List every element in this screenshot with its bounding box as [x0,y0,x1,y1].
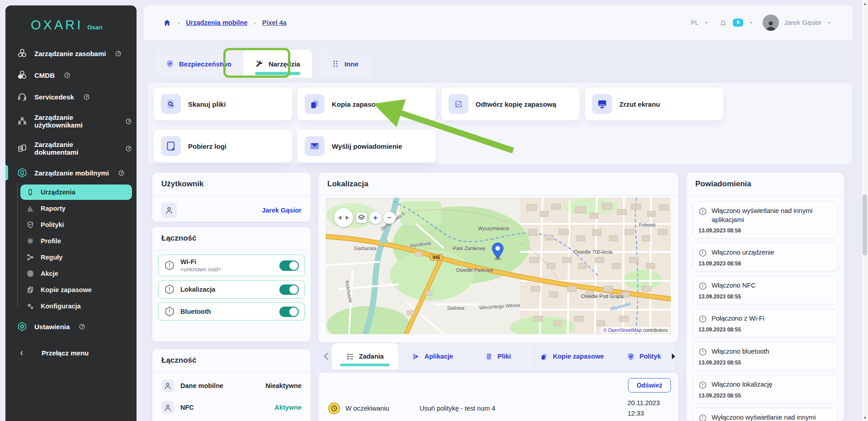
refresh-button[interactable]: Odśwież [628,378,671,393]
sidebar-item-cmdb[interactable]: CMDB [5,64,137,86]
avatar[interactable] [763,14,779,31]
reports-icon [26,204,34,213]
sidebar-subitem-configuration[interactable]: Konfiguracja [20,298,132,314]
scroll-down-icon[interactable]: ▾ [862,415,868,420]
status-badge: Aktywne [274,404,302,411]
sidebar-menu: Zarządzanie zasobamiCMDBServicedeskZarzą… [5,43,137,337]
backup-tool-icon [305,94,325,114]
notification-item[interactable]: Włączono wyświetlanie nad innymi aplikac… [693,201,838,238]
tabs-scroll-left-icon[interactable] [323,353,329,360]
brand-name: Oxari [87,24,102,31]
breadcrumb-link-mobile-devices[interactable]: Urządzenia mobilne [186,19,247,26]
tool-card-restore[interactable]: Odtwórz kopię zapasową [441,88,580,120]
device-tab-zadania[interactable]: Zadania [332,343,399,369]
scroll-up-icon[interactable]: ▴ [862,1,868,6]
map-layers-button[interactable] [356,213,367,223]
chevron-down-icon[interactable] [704,20,709,25]
sidebar-subitem-reports[interactable]: Raporty [20,201,132,216]
grid-icon [331,59,340,68]
language-selector[interactable]: PL [691,19,698,26]
connectivity-card-title: Łączność [152,227,311,250]
sidebar-item-mobile[interactable]: Zarządzanie mobilnymi [5,162,137,184]
mobile-icon [17,168,27,178]
tools-icon [255,59,264,68]
sidebar-item-documents[interactable]: Zarządzanie dokumentami [5,135,137,162]
sidebar-item-settings[interactable]: Ustawienia [5,316,137,337]
tasks-panel: Odśwież W oczekiwaniuUsuń politykę - tes… [318,373,678,421]
notification-item[interactable]: Włączono lokalizację13.09.2023 08:55 [693,375,838,403]
osm-link[interactable]: © OpenStreetMap [603,327,642,333]
sidebar-subitem-actions[interactable]: Akcje [20,266,132,281]
sidebar-item-users[interactable]: Zarządzanie użytkownikami [5,108,137,135]
gauge-icon [79,323,85,330]
map-pan-control[interactable] [334,208,353,227]
gauge-icon [125,118,132,125]
notification-timestamp: 13.09.2023 08:55 [698,393,832,399]
tool-card-label: Pobierz logi [188,142,226,150]
sidebar-subitem-rules[interactable]: Reguły [20,250,132,265]
chevron-down-icon[interactable] [749,20,754,25]
connectivity-row-bluetooth: Bluetooth [158,303,305,321]
sidebar-subitem-label: Urządzenia [41,189,75,196]
tool-card-screenshot[interactable]: Zrzut ekranu [585,88,723,120]
hex-alert-icon [164,306,175,317]
user-card: Użytkownik Jarek Gąsior [152,173,311,222]
notification-item[interactable]: Włączono urządzenie13.09.2023 08:56 [693,243,838,271]
home-icon[interactable] [163,19,171,27]
bell-icon[interactable] [719,19,727,27]
toggle-wifi[interactable] [279,260,299,271]
device-tab-aplikacje[interactable]: Aplikacje [399,343,467,369]
tab-label: Narzędzia [269,60,300,68]
rules-icon [26,253,34,261]
sidebar-item-servicedesk[interactable]: Servicedesk [5,86,137,108]
toggle-bluetooth[interactable] [279,307,299,317]
scrollbar-thumb[interactable] [863,194,867,255]
sidebar-subitem-profiles[interactable]: Profile [20,233,132,249]
hex-alert-icon [698,315,707,323]
notification-item[interactable]: Połączono z Wi-Fi13.09.2023 08:55 [693,309,838,337]
menu-toggle-label: Przełącz menu [42,349,89,357]
tab-inne[interactable]: Inne [319,50,370,78]
sidebar-item-assets[interactable]: Zarządzanie zasobami [5,43,137,64]
tool-card-backup-tool[interactable]: Kopia zapasowa [297,88,436,120]
status-badge: Nieaktywne [265,382,302,389]
tool-card-mail[interactable]: Wyślij powiadomienie [297,130,436,162]
tab-label: Inne [344,60,359,68]
sidebar-item-label: Ustawienia [34,323,70,331]
tab-bezpieczeństwo[interactable]: Bezpieczeństwo [154,50,243,78]
notification-item[interactable]: Wyłączono wyświetlanie nad innymi aplika… [693,408,838,421]
tool-card-file-search[interactable]: Skanuj pliki [154,88,292,120]
tabs-scroll-right-icon[interactable] [670,353,676,360]
breadcrumb-link-device[interactable]: Pixel 4a [262,19,287,26]
pan-left-icon[interactable] [338,215,342,220]
notification-item[interactable]: Włączono NFC13.09.2023 08:55 [693,276,838,304]
sidebar-subitem-backup[interactable]: Kopie zapasowe [20,282,132,298]
tool-card-label: Skanuj pliki [188,100,226,108]
device-tab-kopiezapasowe[interactable]: Kopie zapasowe [530,343,615,369]
page-scrollbar[interactable]: ▴ ▾ [861,0,868,421]
map[interactable]: WyszymieściePark ZamkowyOsiedle ParkoweO… [326,198,671,334]
user-name[interactable]: Jarek Gąsior [784,19,821,26]
chevron-down-icon[interactable] [827,20,832,25]
notification-count-badge[interactable]: 0 [733,19,743,27]
notification-item[interactable]: Włączono bluetooth13.09.2023 08:55 [693,342,838,370]
connectivity-card: Łączność Wi-Fi<unknown ssid>LokalizacjaB… [152,227,311,341]
hex-alert-icon [698,348,707,356]
user-link[interactable]: Jarek Gąsior [262,207,302,214]
menu-toggle-button[interactable]: Przełącz menu [5,337,137,357]
task-row[interactable]: W oczekiwaniuUsuń politykę - test num 42… [326,398,671,419]
tab-narzędzia[interactable]: Narzędzia [243,50,312,78]
sidebar-subitem-device[interactable]: Urządzenia [20,184,132,200]
sidebar-submenu: UrządzeniaRaportyPolitykiProfileRegułyAk… [5,184,137,314]
map-zoom-out-button[interactable]: − [383,212,396,224]
device-tab-pliki[interactable]: Pliki [467,343,530,369]
toggle-lokalizacja[interactable] [279,284,299,295]
pan-right-icon[interactable] [345,215,349,220]
sidebar-subitem-policies[interactable]: Polityki [20,217,132,232]
map-zoom-in-button[interactable]: + [369,212,382,224]
breadcrumb-separator: › [178,19,179,26]
device-action-tabs: BezpieczeństwoNarzędziaInne [154,50,370,78]
device-tab-polityk[interactable]: Polityk [615,343,674,369]
tool-card-logs[interactable]: Pobierz logi [154,130,292,162]
breadcrumb: › Urządzenia mobilne › Pixel 4a [163,19,287,27]
